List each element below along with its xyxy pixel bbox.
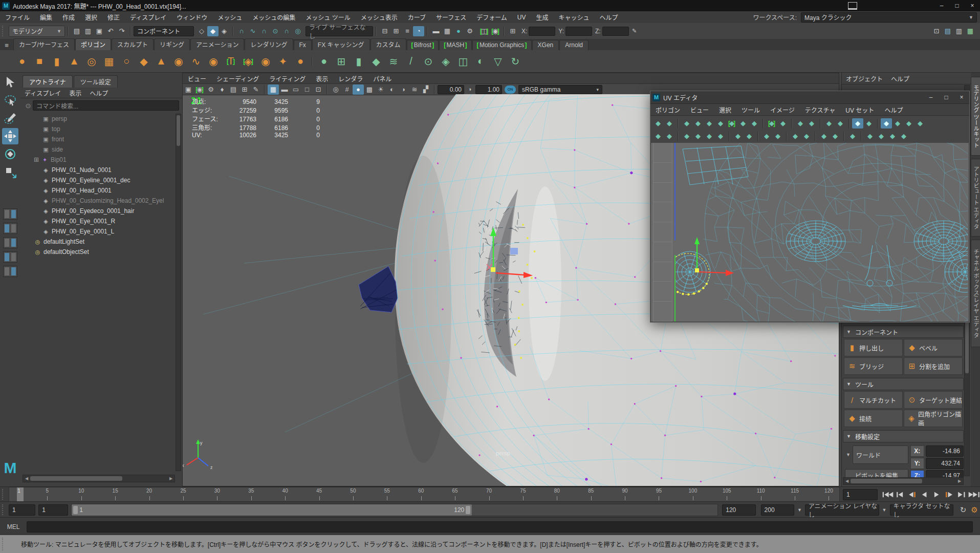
vp-lock-camera-icon[interactable]: [◉] (194, 84, 205, 95)
select-by-component-icon[interactable]: ◈ (219, 26, 230, 36)
main-menu-ヘルプ[interactable]: ヘルプ (595, 11, 623, 23)
rotate-tool[interactable] (2, 146, 18, 162)
bridge-button[interactable]: ≋ブリッジ (844, 357, 903, 375)
uv-flip-v-icon[interactable]: ◆ (749, 118, 760, 129)
dock-menu-ヘルプ[interactable]: ヘルプ (887, 73, 913, 84)
uv-uv-snapshot-icon[interactable]: [◆] (726, 118, 737, 129)
main-menu-デフォーム[interactable]: デフォーム (471, 11, 512, 23)
output-connections-icon[interactable]: ⊞ (390, 26, 402, 36)
shelf-extrude-icon[interactable]: ▮ (350, 53, 367, 70)
numeric-input-pen-icon[interactable]: ✎ (629, 26, 640, 36)
vp-grid-toggle-icon[interactable]: ▦ (268, 84, 279, 95)
workspace-selector[interactable]: Maya クラシック▼ (801, 12, 977, 23)
main-menu-作成[interactable]: 作成 (57, 11, 80, 23)
new-scene-icon[interactable]: ▤ (71, 26, 82, 36)
vp-camera-attributes-icon[interactable]: ⚙ (205, 84, 216, 95)
minimize-button[interactable]: – (923, 91, 939, 103)
uv-move-and-sew-icon[interactable]: ◆ (681, 118, 692, 129)
uv-editor-menu-選択[interactable]: 選択 (714, 104, 736, 115)
vp-film-gate-icon[interactable]: ▬ (279, 84, 290, 95)
shelf-polygon-cylinder-icon[interactable]: ▮ (48, 53, 66, 70)
main-menu-メッシュ ツール[interactable]: メッシュ ツール (300, 11, 355, 23)
outliner-item-PHW_00_Eyeline_0001_dec[interactable]: ◈PHW_00_Eyeline_0001_dec (20, 175, 182, 185)
uv-editor-canvas[interactable]: 21 (651, 143, 969, 322)
uv-layout-uvs-icon[interactable]: [◆] (766, 118, 777, 129)
outliner-item-persp[interactable]: ▣persp (20, 114, 182, 124)
animation-layer-selector[interactable]: アニメーション レイヤなし (805, 504, 879, 516)
vp-textured-display-icon[interactable]: ▩ (364, 84, 375, 95)
close-button[interactable]: × (954, 91, 969, 103)
outliner-horizontal-scrollbar[interactable]: ◀▶ (23, 475, 175, 482)
uv-editor-title-bar[interactable]: M UV エディタ –□× (650, 91, 969, 104)
uv-editor-menu-ポリゴン[interactable]: ポリゴン (650, 104, 685, 115)
uv-contrast-toggle-icon[interactable]: ◆ (898, 131, 909, 141)
uv-cut-uv-icon[interactable]: ◆ (692, 118, 704, 129)
outliner-item-PHW_00_Eye_0001_L[interactable]: ◈PHW_00_Eye_0001_L (20, 226, 182, 237)
snap-to-grid-icon[interactable]: ∩ (236, 26, 247, 36)
outliner-vertical-scrollbar[interactable] (176, 114, 181, 471)
uv-select-edge-loop-icon[interactable]: ◆ (692, 131, 704, 141)
shelf-add-divisions-icon[interactable]: ⊞ (333, 53, 350, 70)
axis-orientation-expand[interactable]: ▼ (846, 452, 851, 457)
uv-rgb-channels-icon[interactable]: ◆ (887, 131, 898, 141)
maximize-button[interactable]: □ (939, 91, 954, 103)
viewport-menu-レンダラ[interactable]: レンダラ (333, 73, 368, 83)
main-menu-メッシュ表示[interactable]: メッシュ表示 (356, 11, 403, 23)
render-settings-icon[interactable]: ⚙ (464, 26, 475, 36)
animation-preferences-icon[interactable]: ⚙ (969, 505, 980, 515)
shelf-polygon-torus-icon[interactable]: ◎ (83, 53, 100, 70)
outliner-menu-表示[interactable]: 表示 (65, 88, 85, 98)
connect-button[interactable]: ◆接続 (844, 410, 903, 427)
shelf-tab-レンダリング[interactable]: レンダリング (245, 38, 293, 50)
vp-two-d-pan-zoom-icon[interactable]: ⊞ (239, 84, 250, 95)
exposure-field[interactable]: 0.00 (438, 85, 464, 94)
range-start-handle[interactable] (73, 506, 78, 514)
shelf-tab-カーブ/サーフェス[interactable]: カーブ/サーフェス (13, 38, 75, 50)
uv-grow-selection-icon[interactable]: ◆ (818, 131, 830, 141)
shelf-target-weld-icon[interactable]: ⊙ (420, 53, 437, 70)
shelf-polygon-sphere-icon[interactable]: ● (13, 53, 31, 70)
vp-use-lights-icon[interactable]: ☀ (375, 84, 386, 95)
outliner-item-defaultObjectSet[interactable]: ◎defaultObjectSet (20, 247, 182, 257)
range-end-handle[interactable] (466, 506, 470, 514)
uv-align-shells-bottom-icon[interactable]: ◆ (790, 131, 801, 141)
tab-tool-settings[interactable]: ツール設定 (74, 75, 118, 88)
gamma-field[interactable]: 1.00 (475, 85, 502, 94)
uv-rotate-ccw-icon[interactable]: ◆ (732, 131, 744, 141)
timeline-track[interactable]: 5101520253035404550556065707580859095100… (9, 487, 840, 502)
uv-grid-display-icon[interactable]: ◆ (881, 118, 892, 129)
quad-draw-button[interactable]: ◈四角ポリゴン描画 (904, 410, 963, 427)
uv-unfold-uvs-icon[interactable]: ◆ (715, 131, 726, 141)
selection-mask-field[interactable]: コンポーネント (134, 26, 194, 36)
outliner-menu-ディスプレイ[interactable]: ディスプレイ (20, 88, 65, 98)
axis-value-field[interactable]: 432.74 (926, 458, 964, 469)
play-backwards-button[interactable] (919, 490, 931, 500)
open-scene-icon[interactable]: ▥ (82, 26, 94, 36)
uv-flip-u-icon[interactable]: ◆ (737, 118, 749, 129)
expand-icon[interactable]: ⊞ (34, 156, 41, 163)
section-header-ツール[interactable]: ▼ツール (843, 378, 964, 390)
select-by-hierarchy-icon[interactable]: ◇ (196, 26, 207, 36)
shelf-quad-draw-icon[interactable]: ◈ (437, 53, 454, 70)
uv-display-image-icon[interactable]: ◆ (852, 118, 863, 129)
uv-spread-shells-icon[interactable]: ◆ (761, 131, 772, 141)
animation-start-field[interactable]: 1 (9, 504, 35, 516)
uv-split-uv-icon[interactable]: ◆ (715, 118, 726, 129)
current-frame-field[interactable]: 1 (843, 489, 878, 500)
snap-to-projected-center-icon[interactable]: ⊙ (270, 26, 281, 36)
uv-uv-lattice-icon[interactable]: ◆ (652, 118, 664, 129)
open-render-view-icon[interactable]: ▬ (430, 26, 442, 36)
command-language-selector[interactable]: MEL (0, 523, 27, 530)
tab-outliner[interactable]: アウトライナ (23, 75, 73, 88)
vp-wireframe-display-icon[interactable]: # (341, 84, 353, 95)
shelf-tab-カスタム[interactable]: カスタム (371, 38, 406, 50)
uv-stack-shells-icon[interactable]: ◆ (823, 118, 835, 129)
character-set-selector[interactable]: キャラクタ セットなし (890, 504, 953, 516)
uv-hatch-overlap-icon[interactable]: ◆ (847, 131, 858, 141)
shelf-spin-edge-icon[interactable]: ↻ (507, 53, 524, 70)
uv-checker-map-icon[interactable]: ◆ (914, 118, 926, 129)
move-tool[interactable] (2, 128, 18, 144)
four-pane-layout[interactable] (3, 251, 17, 263)
outliner-item-PHW_00_Head_0001[interactable]: ◈PHW_00_Head_0001 (20, 185, 182, 196)
main-menu-選択[interactable]: 選択 (80, 11, 102, 23)
